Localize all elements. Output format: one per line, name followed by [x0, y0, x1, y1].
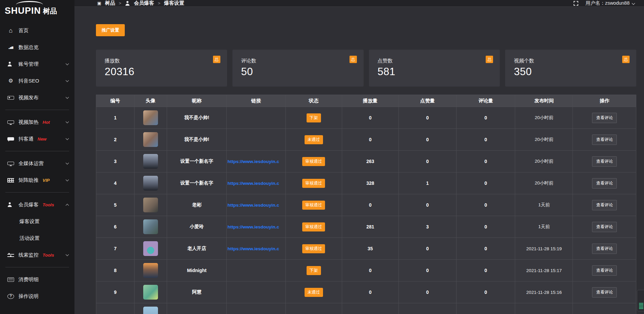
likes-cell: 1	[399, 172, 457, 194]
sidebar-item[interactable]: 会员爆客 Tools	[0, 196, 74, 213]
sidebar-item-label: 视频加热	[18, 119, 39, 125]
status-cell: 审核通过	[286, 216, 342, 238]
sidebar-item[interactable]: 消费明细	[0, 271, 74, 288]
link-cell	[227, 107, 285, 128]
publish-time-cell: 2021-11-28 15:16	[515, 281, 573, 303]
breadcrumb-separator: >	[158, 1, 161, 6]
status-badge[interactable]: 下架	[307, 113, 321, 122]
table-row: 5 老彬 https://www.iesdouyin.c 审核通过	[96, 194, 636, 216]
view-comments-button[interactable]: 查看评论	[592, 135, 617, 145]
stat-card: 点赞数 581 总	[369, 50, 500, 87]
sidebar-item[interactable]: ▂▅▇ 数据总览	[0, 39, 74, 56]
comments-cell: 0	[457, 260, 515, 281]
status-badge[interactable]: 未通过	[305, 288, 323, 297]
sidebar-item	[5, 192, 69, 193]
video-link[interactable]: https://www.iesdouyin.c	[227, 203, 279, 208]
sidebar-item[interactable]: 视频发布	[0, 89, 74, 106]
sidebar-item[interactable]: 活动设置	[0, 230, 74, 247]
plays-cell: 0	[342, 281, 399, 303]
sidebar-item[interactable]: 视频加热 Hot	[0, 114, 74, 130]
avatar-cell	[135, 151, 167, 172]
sidebar-item[interactable]: 线索监控 Tools	[0, 247, 74, 263]
promotion-settings-button[interactable]: 推广设置	[96, 24, 125, 36]
fullscreen-icon[interactable]	[574, 1, 578, 6]
breadcrumb-label: 会员爆客	[134, 0, 154, 6]
sidebar-item[interactable]: 爆客设置	[0, 213, 74, 230]
video-link[interactable]: https://www.iesdouyin.c	[227, 159, 279, 164]
person-icon	[7, 62, 14, 66]
plays-cell: 328	[342, 172, 399, 194]
status-badge[interactable]: 下架	[307, 266, 321, 275]
view-comments-button[interactable]: 查看评论	[592, 200, 617, 210]
status-badge[interactable]: 审核通过	[302, 222, 325, 231]
sidebar-item[interactable]: 矩阵助推 VIP	[0, 172, 74, 189]
sidebar-item-label: 矩阵助推	[18, 177, 39, 184]
actions-cell: 查看评论	[573, 129, 636, 150]
sidebar-item[interactable]: ? 操作说明	[0, 288, 74, 305]
plays-cell: 281	[342, 216, 399, 238]
status-badge[interactable]: 审核通过	[302, 244, 325, 253]
sidebar-item[interactable]: ⚙ 抖音SEO	[0, 72, 74, 89]
likes-cell: 0	[399, 238, 457, 259]
main-column: ▣ 树品 > 会员爆客 > 爆客设置	[74, 0, 644, 314]
sidebar-item-label: 首页	[18, 28, 29, 34]
likes-cell: 0	[399, 129, 457, 150]
sidebar-item-label: 线索监控	[18, 252, 39, 258]
view-comments-button[interactable]: 查看评论	[592, 244, 617, 254]
sidebar-item[interactable]: 账号管理	[0, 56, 74, 72]
status-badge[interactable]: 审核通过	[302, 179, 325, 188]
sidebar-item[interactable]: ⌂ 首页	[0, 22, 74, 39]
view-comments-button[interactable]: 查看评论	[592, 178, 617, 189]
total-badge: 总	[350, 56, 357, 63]
status-badge[interactable]: 审核通过	[302, 201, 325, 210]
status-cell: 审核通过	[286, 194, 342, 216]
actions-cell	[573, 303, 636, 314]
breadcrumb-item[interactable]: 爆客设置	[164, 0, 184, 6]
avatar	[143, 132, 158, 147]
publish-time-cell: 20小时前	[515, 107, 573, 128]
floating-widget[interactable]	[637, 290, 644, 311]
table-row: 3 设置一个新名字 https://www.iesdouyin.c 审核通过	[96, 150, 636, 172]
view-comments-button[interactable]: 查看评论	[592, 265, 617, 276]
actions-cell: 查看评论	[573, 260, 636, 281]
view-comments-button[interactable]: 查看评论	[592, 113, 617, 123]
avatar	[143, 198, 158, 212]
breadcrumb-item[interactable]: ▣ 树品	[96, 0, 115, 6]
status-badge[interactable]: 审核通过	[302, 157, 325, 166]
plays-cell: 0	[342, 194, 399, 216]
view-comments-button[interactable]: 查看评论	[592, 156, 617, 167]
status-cell: 审核通过	[286, 151, 342, 172]
view-comments-button[interactable]: 查看评论	[592, 222, 617, 232]
widget-bars-icon	[639, 303, 643, 309]
brand-logo[interactable]: SHUPIN 树品	[0, 0, 74, 19]
plays-cell: 0	[342, 260, 399, 281]
status-badge[interactable]: 未通过	[305, 135, 323, 144]
nickname-cell: 设置一个新名字	[167, 172, 227, 194]
link-cell	[227, 260, 285, 281]
chevron-icon	[66, 204, 69, 207]
video-link[interactable]: https://www.iesdouyin.c	[227, 181, 279, 186]
home-icon: ⌂	[7, 28, 14, 34]
video-link[interactable]: https://www.iesdouyin.c	[227, 246, 279, 251]
avatar-cell	[135, 238, 167, 259]
video-link[interactable]: https://www.iesdouyin.c	[227, 224, 279, 229]
sidebar-item-tag: VIP	[43, 178, 50, 183]
user-menu[interactable]: 用户名：zswodun88	[586, 0, 635, 6]
nickname-cell: 我不是小帅!	[167, 107, 227, 128]
comments-cell: 0	[457, 281, 515, 303]
plays-cell: 0	[342, 107, 399, 128]
content-area: 推广设置 播放数 20316 总 评论数 50 总	[74, 7, 644, 314]
sidebar-item-label: 活动设置	[19, 235, 40, 242]
stat-cards: 播放数 20316 总 评论数 50 总 点赞数 581 总	[96, 50, 636, 87]
column-header-nickname: 昵称	[167, 95, 227, 107]
stat-card: 评论数 50 总	[232, 50, 364, 87]
sidebar-item-label: 全媒体运营	[18, 160, 44, 167]
view-comments-button[interactable]: 查看评论	[592, 287, 617, 298]
stat-card: 视频个数 350 总	[505, 50, 636, 87]
publish-time-cell: 2021-11-28 15:19	[515, 238, 573, 259]
breadcrumb-item[interactable]: 会员爆客	[125, 0, 154, 6]
status-cell: 下架	[286, 260, 342, 281]
table-row: 4 设置一个新名字 https://www.iesdouyin.c 审核通过	[96, 172, 636, 194]
sidebar-item[interactable]: 全媒体运营	[0, 155, 74, 172]
sidebar-item[interactable]: 抖客通 New	[0, 130, 74, 147]
